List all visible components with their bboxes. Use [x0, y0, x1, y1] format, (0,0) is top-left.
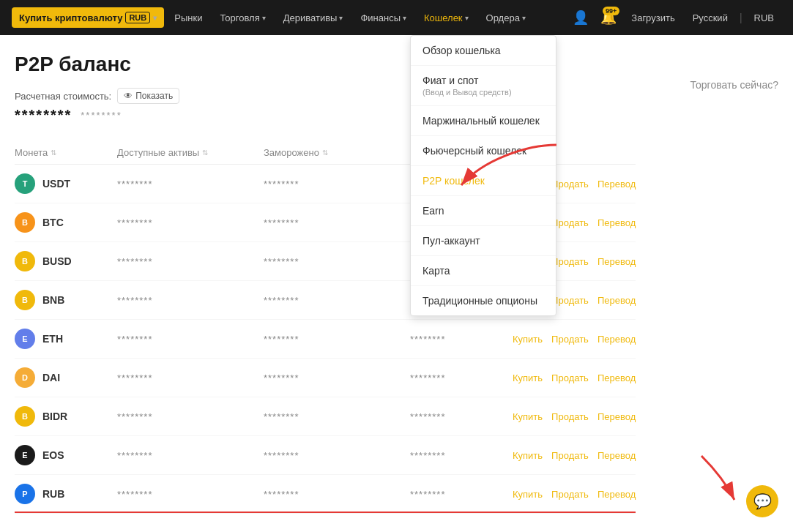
total-EOS: ********: [410, 450, 513, 461]
coin-cell-EOS: E EOS: [15, 445, 117, 465]
coin-name-DAI: DAI: [42, 372, 60, 383]
transfer-BUSD[interactable]: Перевод: [597, 256, 636, 267]
frozen-EOS: ********: [264, 450, 410, 461]
coin-cell-BTC: B BTC: [15, 212, 117, 233]
transfer-BTC[interactable]: Перевод: [597, 217, 636, 228]
transfer-BIDR[interactable]: Перевод: [597, 411, 636, 422]
dropdown-item-традиционные-опционы[interactable]: Традиционные опционы: [411, 286, 556, 315]
dropdown-sub: (Ввод и Вывод средств): [422, 88, 544, 97]
transfer-USDT[interactable]: Перевод: [597, 179, 636, 190]
rub-badge: RUB: [125, 12, 150, 23]
sell-RUB[interactable]: Продать: [551, 489, 589, 500]
coin-icon-ETH: E: [15, 329, 35, 349]
transfer-EOS[interactable]: Перевод: [597, 450, 636, 461]
sell-BIDR[interactable]: Продать: [551, 411, 589, 422]
dropdown-item-earn[interactable]: Earn: [411, 196, 556, 226]
nav-markets[interactable]: Рынки: [167, 8, 209, 28]
dropdown-label: Пул-аккаунт: [422, 235, 480, 247]
total-ETH: ********: [410, 334, 513, 345]
frozen-BTC: ********: [264, 217, 410, 228]
language-selector[interactable]: Русский: [685, 8, 735, 28]
buy-crypto-label: Купить криптовалюту: [19, 12, 122, 23]
chat-icon: 💬: [753, 492, 772, 510]
table-row: D DAI ******** ******** ******** Купить …: [15, 359, 636, 397]
dropdown-item-p2p-кошелек[interactable]: P2P кошелек: [411, 166, 556, 196]
eye-icon: 👁: [124, 91, 133, 101]
table-row: P RUB ******** ******** ******** Купить …: [15, 475, 636, 514]
available-BTC: ********: [117, 217, 264, 228]
dropdown-item-фьючерсный-кошелек[interactable]: Фьючерсный кошелек: [411, 136, 556, 166]
buy-crypto-chevron: ▾: [153, 14, 157, 22]
sell-EOS[interactable]: Продать: [551, 450, 589, 461]
coin-cell-BUSD: B BUSD: [15, 251, 117, 271]
coin-cell-RUB: P RUB: [15, 484, 117, 504]
nav-finances[interactable]: Финансы ▾: [353, 8, 414, 28]
coin-name-BNB: BNB: [42, 294, 64, 306]
trade-now-text: Торговать сейчас?: [690, 79, 778, 91]
header-coin: Монета ⇅: [15, 147, 117, 158]
nav-trading[interactable]: Торговля ▾: [212, 8, 272, 28]
notification-button[interactable]: 🔔 99+: [596, 5, 621, 30]
dropdown-item-карта[interactable]: Карта: [411, 256, 556, 286]
total-RUB: ********: [410, 489, 513, 500]
action-cell-RUB: Купить Продать Перевод: [513, 489, 636, 500]
action-cell-DAI: Купить Продать Перевод: [513, 372, 636, 383]
dropdown-item-пул-аккаунт[interactable]: Пул-аккаунт: [411, 226, 556, 256]
coin-cell-BIDR: B BIDR: [15, 406, 117, 427]
coin-icon-USDT: T: [15, 173, 35, 194]
table-row: E EOS ******** ******** ******** Купить …: [15, 436, 636, 475]
show-balance-button[interactable]: 👁 Показать: [117, 88, 179, 104]
transfer-ETH[interactable]: Перевод: [597, 334, 636, 345]
nav-orders[interactable]: Ордера ▾: [479, 8, 533, 28]
transfer-RUB[interactable]: Перевод: [597, 489, 636, 500]
action-cell-BIDR: Купить Продать Перевод: [513, 411, 636, 422]
transfer-BNB[interactable]: Перевод: [597, 295, 636, 306]
coin-icon-BNB: B: [15, 290, 35, 310]
main-content: P2P баланс Расчетная стоимость: 👁 Показа…: [0, 35, 793, 531]
buy-crypto-button[interactable]: Купить криптовалюту RUB ▾: [12, 7, 164, 28]
profile-button[interactable]: 👤: [568, 5, 593, 30]
dropdown-item-маржинальный-кошелек[interactable]: Маржинальный кошелек: [411, 106, 556, 136]
coin-icon-BIDR: B: [15, 406, 35, 427]
sort-available-icon[interactable]: ⇅: [202, 149, 208, 157]
chat-button[interactable]: 💬: [746, 485, 778, 517]
coin-name-BUSD: BUSD: [42, 255, 72, 267]
sell-BTC[interactable]: Продать: [551, 217, 589, 228]
trading-chevron: ▾: [262, 14, 266, 22]
currency-selector[interactable]: RUB: [747, 8, 781, 28]
action-cell-ETH: Купить Продать Перевод: [513, 334, 636, 345]
upload-button[interactable]: Загрузить: [624, 8, 682, 28]
table-row: B BIDR ******** ******** ******** Купить…: [15, 397, 636, 436]
coin-icon-EOS: E: [15, 445, 35, 465]
dropdown-label: Карта: [422, 265, 450, 277]
dropdown-item-обзор-кошелька[interactable]: Обзор кошелька: [411, 36, 556, 66]
sort-coin-icon[interactable]: ⇅: [51, 149, 56, 157]
nav-wallet[interactable]: Кошелек ▾: [417, 8, 476, 28]
available-BIDR: ********: [117, 411, 264, 422]
sell-BNB[interactable]: Продать: [551, 295, 589, 306]
buy-ETH[interactable]: Купить: [513, 334, 543, 345]
derivatives-chevron: ▾: [339, 14, 343, 22]
buy-EOS[interactable]: Купить: [513, 450, 543, 461]
nav-separator: |: [738, 12, 744, 23]
upload-label: Загрузить: [631, 12, 674, 23]
coin-name-RUB: RUB: [42, 488, 64, 500]
show-label: Показать: [135, 91, 173, 101]
sell-BUSD[interactable]: Продать: [551, 256, 589, 267]
coin-cell-BNB: B BNB: [15, 290, 117, 310]
buy-DAI[interactable]: Купить: [513, 372, 543, 383]
sell-DAI[interactable]: Продать: [551, 372, 589, 383]
dropdown-label: Традиционные опционы: [422, 295, 537, 307]
buy-RUB[interactable]: Купить: [513, 489, 543, 500]
table-row: E ETH ******** ******** ******** Купить …: [15, 320, 636, 359]
sort-frozen-icon[interactable]: ⇅: [322, 149, 328, 157]
buy-BIDR[interactable]: Купить: [513, 411, 543, 422]
coin-name-ETH: ETH: [42, 333, 63, 345]
nav-derivatives[interactable]: Деривативы ▾: [276, 8, 351, 28]
total-DAI: ********: [410, 372, 513, 383]
sell-ETH[interactable]: Продать: [551, 334, 589, 345]
dropdown-item-фиат-и-спот[interactable]: Фиат и спот(Ввод и Вывод средств): [411, 66, 556, 106]
sell-USDT[interactable]: Продать: [551, 179, 589, 190]
frozen-USDT: ********: [264, 179, 410, 190]
transfer-DAI[interactable]: Перевод: [597, 372, 636, 383]
